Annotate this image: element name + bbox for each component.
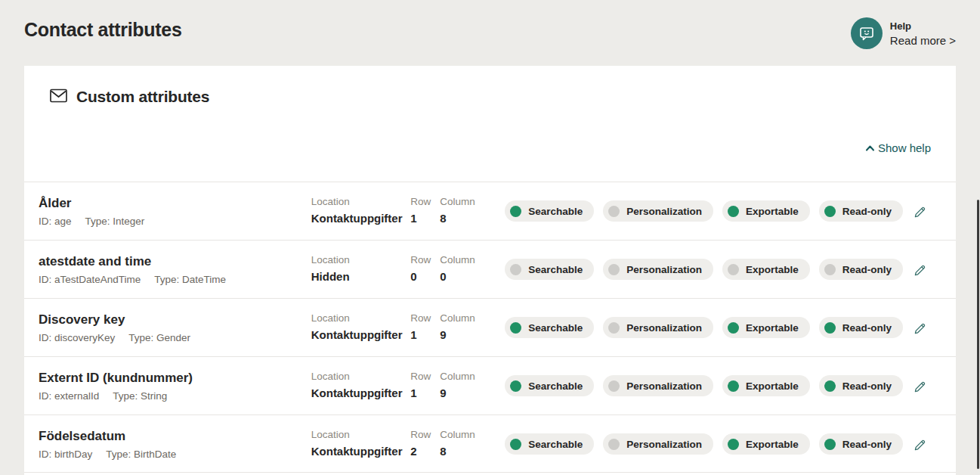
status-dot [510,439,521,450]
badge-label: Read-only [842,206,892,217]
status-badge: Personalization [603,433,713,455]
status-badge: Exportable [722,433,810,455]
column-value: 8 [440,445,505,458]
status-dot [728,322,739,334]
pencil-icon [913,263,927,278]
card-title: Custom attributes [76,88,209,106]
status-badge: Exportable [722,259,810,280]
column-value: 8 [440,212,505,225]
status-dot [510,264,521,275]
location-value: Kontaktuppgifter [311,445,411,458]
location-value: Kontaktuppgifter [311,212,411,225]
badge-label: Searchable [528,439,583,450]
status-dot [608,206,620,217]
status-dot [824,264,836,275]
badge-group: Searchable Personalization Exportable Re… [505,259,903,280]
badge-label: Read-only [842,264,892,275]
vertical-scrollbar[interactable] [977,200,979,469]
status-badge: Searchable [505,200,594,222]
badge-label: Exportable [746,380,799,392]
status-badge: Exportable [722,200,810,222]
status-badge: Read-only [819,317,903,338]
status-dot [608,380,620,392]
page-title: Contact attributes [24,19,182,41]
pencil-icon [913,380,927,394]
row-value: 2 [410,445,440,458]
attribute-name: Ålder [39,195,311,212]
edit-button[interactable] [909,201,930,222]
badge-label: Exportable [746,264,799,275]
attribute-type: Type: Integer [85,216,145,227]
badge-group: Searchable Personalization Exportable Re… [505,317,903,338]
badge-label: Personalization [626,439,702,450]
row-value: 0 [410,270,440,283]
envelope-icon [50,88,67,106]
custom-attributes-card: Custom attributes Show help Ålder ID: ag… [24,66,956,475]
attribute-row: atestdate and time ID: aTestDateAndTime … [24,240,956,298]
row-value: 1 [410,328,440,341]
attribute-row: Födelsedatum ID: birthDay Type: BirthDat… [24,414,956,473]
row-value: 1 [410,387,440,399]
status-badge: Searchable [505,433,594,455]
location-value: Kontaktuppgifter [311,387,411,399]
status-dot [608,322,620,334]
help-widget[interactable]: Help Read more > [851,17,956,49]
badge-label: Read-only [842,322,892,334]
status-dot [608,439,620,450]
attribute-name: atestdate and time [39,253,311,270]
badge-group: Searchable Personalization Exportable Re… [505,200,903,222]
row-label: Row [410,253,440,268]
location-label: Location [311,311,411,326]
attribute-row: Ålder ID: age Type: Integer Location Kon… [24,182,956,240]
attribute-name: Discovery key [39,312,311,328]
edit-button[interactable] [909,434,930,455]
status-badge: Read-only [819,375,903,396]
attribute-id: ID: aTestDateAndTime [39,274,141,285]
status-badge: Read-only [819,200,903,222]
row-label: Row [410,194,440,210]
attribute-name: Födelsedatum [39,428,311,445]
attribute-row: Discovery key ID: discoveryKey Type: Gen… [24,298,956,356]
attribute-type: Type: DateTime [154,274,226,285]
location-label: Location [311,253,411,268]
attribute-name: Externt ID (kundnummer) [39,370,311,387]
status-dot [510,380,521,392]
edit-button[interactable] [909,259,930,281]
edit-button[interactable] [909,376,930,397]
column-label: Column [440,311,505,326]
show-help-toggle[interactable]: Show help [865,141,931,154]
column-value: 9 [440,328,505,341]
status-dot [728,380,739,392]
attribute-list: Ålder ID: age Type: Integer Location Kon… [24,182,956,473]
status-badge: Read-only [819,433,903,455]
status-badge: Searchable [505,375,594,396]
badge-label: Personalization [626,264,702,275]
row-value: 1 [410,212,440,225]
pencil-icon [913,438,927,452]
status-badge: Personalization [603,200,713,222]
status-dot [824,206,836,217]
status-dot [728,264,739,275]
column-label: Column [440,427,505,442]
pencil-icon [913,321,927,336]
chevron-up-icon [865,141,875,154]
badge-label: Searchable [528,206,583,217]
status-badge: Personalization [603,259,713,280]
help-readmore-link[interactable]: Read more > [890,34,956,47]
row-label: Row [410,427,440,442]
help-chat-bubble-icon[interactable] [851,17,883,49]
status-dot [510,322,521,334]
attribute-id: ID: birthDay [39,449,92,460]
attribute-type: Type: BirthDate [106,449,176,460]
row-label: Row [410,369,440,384]
edit-button[interactable] [909,318,930,339]
pencil-icon [913,205,927,219]
status-badge: Personalization [603,317,713,338]
attribute-type: Type: String [113,390,167,402]
location-label: Location [311,194,411,210]
badge-label: Personalization [626,322,702,334]
badge-label: Searchable [528,264,583,275]
location-value: Hidden [311,270,411,283]
badge-label: Searchable [528,322,583,334]
badge-label: Exportable [746,322,799,334]
